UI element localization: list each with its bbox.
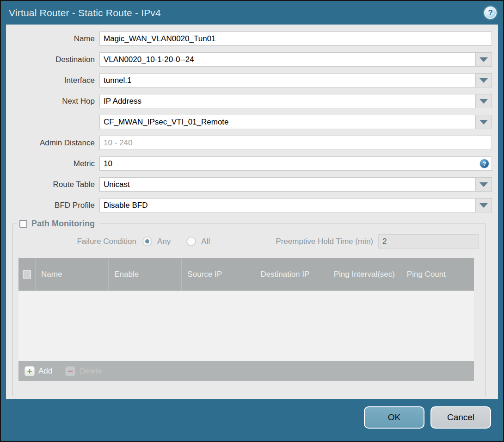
chevron-down-icon: [479, 99, 488, 104]
column-header-ping-count[interactable]: Ping Count: [401, 258, 474, 291]
help-icon[interactable]: ?: [484, 6, 497, 19]
column-header-enable[interactable]: Enable: [108, 258, 181, 291]
destination-dropdown-button[interactable]: [475, 52, 492, 67]
preemptive-hold-time-input[interactable]: [378, 234, 479, 249]
route-table-input[interactable]: [99, 177, 475, 192]
metric-label: Metric: [6, 159, 99, 168]
column-header-source-ip[interactable]: Source IP: [181, 258, 254, 291]
path-monitoring-section: Path Monitoring Failure Condition Any Al…: [12, 219, 486, 396]
metric-input[interactable]: [99, 156, 492, 171]
add-button[interactable]: + Add: [25, 366, 52, 376]
ok-button[interactable]: OK: [364, 406, 424, 429]
route-table-dropdown-button[interactable]: [475, 177, 492, 192]
dialog-footer: OK Cancel: [1, 399, 503, 441]
chevron-down-icon: [479, 57, 488, 62]
form-row-name: Name: [6, 31, 492, 46]
interface-input[interactable]: [99, 73, 475, 87]
form-row-admin-distance: Admin Distance: [6, 136, 492, 150]
interface-label: Interface: [6, 76, 99, 85]
next-hop-label: Next Hop: [6, 97, 99, 106]
chevron-down-icon: [479, 120, 488, 125]
form-row-destination: Destination: [6, 52, 492, 67]
path-monitoring-title: Path Monitoring: [31, 219, 95, 229]
column-header-name[interactable]: Name: [35, 258, 108, 291]
dialog-title: Virtual Router - Static Route - IPv4: [9, 7, 161, 19]
next-hop-type-input[interactable]: [99, 94, 475, 108]
chevron-down-icon: [479, 182, 488, 187]
chevron-down-icon: [479, 78, 488, 83]
dialog-content: Name Destination Interface Next Hop: [6, 25, 498, 399]
failure-condition-all-label: All: [201, 237, 210, 246]
table-header: Name Enable Source IP Destination IP Pin…: [18, 258, 474, 291]
delete-button[interactable]: − Delete: [65, 366, 102, 376]
admin-distance-label: Admin Distance: [6, 138, 99, 148]
delete-button-label: Delete: [79, 367, 102, 376]
bfd-profile-label: BFD Profile: [6, 201, 99, 210]
form-row-route-table: Route Table: [6, 177, 492, 192]
destination-label: Destination: [6, 55, 99, 64]
name-label: Name: [6, 34, 99, 44]
name-input[interactable]: [99, 31, 492, 46]
title-bar: Virtual Router - Static Route - IPv4 ?: [1, 1, 503, 25]
minus-icon: −: [65, 366, 75, 376]
failure-condition-label: Failure Condition: [13, 237, 142, 246]
next-hop-dropdown-button[interactable]: [475, 94, 492, 108]
table-header-checkbox-cell: [18, 258, 35, 291]
path-monitoring-legend: Path Monitoring: [17, 219, 99, 229]
interface-dropdown-button[interactable]: [475, 73, 492, 87]
bfd-profile-input[interactable]: [99, 198, 475, 212]
chevron-down-icon: [479, 203, 488, 208]
failure-condition-any-label: Any: [157, 237, 171, 246]
destination-input[interactable]: [99, 52, 475, 67]
column-header-destination-ip[interactable]: Destination IP: [255, 258, 328, 291]
preemptive-hold-time-label: Preemptive Hold Time (min): [276, 237, 378, 246]
table-body-empty: [18, 291, 474, 361]
column-header-ping-interval[interactable]: Ping Interval(sec): [328, 258, 401, 291]
form-row-bfd-profile: BFD Profile: [6, 198, 492, 212]
path-monitoring-table: Name Enable Source IP Destination IP Pin…: [18, 258, 474, 381]
failure-condition-all-radio[interactable]: [186, 237, 196, 246]
next-hop-address-input[interactable]: [99, 115, 475, 129]
metric-help-icon[interactable]: ?: [480, 159, 489, 168]
plus-icon: +: [25, 366, 35, 376]
route-table-label: Route Table: [6, 180, 99, 189]
static-route-dialog: Virtual Router - Static Route - IPv4 ? N…: [0, 0, 504, 442]
bfd-profile-dropdown-button[interactable]: [475, 198, 492, 212]
path-monitoring-checkbox[interactable]: [19, 220, 27, 228]
admin-distance-input[interactable]: [99, 136, 492, 150]
cancel-button[interactable]: Cancel: [430, 406, 491, 429]
form-row-interface: Interface: [6, 73, 492, 87]
next-hop-address-dropdown-button[interactable]: [475, 115, 492, 129]
failure-condition-any-radio[interactable]: [142, 237, 152, 246]
form-row-next-hop: Next Hop: [6, 94, 492, 108]
table-footer: + Add − Delete: [18, 361, 474, 381]
form-row-metric: Metric ?: [6, 156, 492, 171]
form-row-next-hop-address: [6, 115, 492, 129]
select-all-checkbox[interactable]: [23, 270, 31, 279]
failure-condition-row: Failure Condition Any All Preemptive Hol…: [13, 234, 479, 249]
add-button-label: Add: [38, 367, 52, 376]
